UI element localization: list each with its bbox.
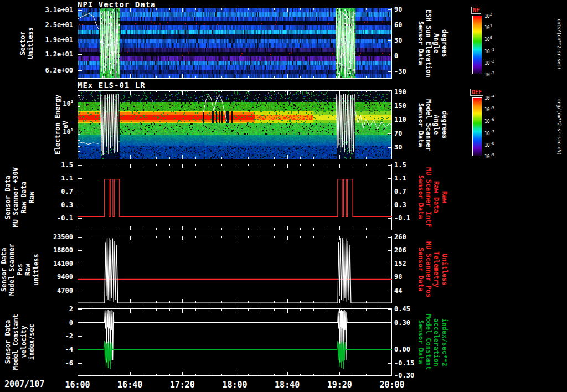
plot-frame [78, 8, 392, 79]
plot-frame [78, 164, 392, 230]
y-tick-label: 1.5 [31, 161, 73, 169]
y-tick-label: 0.7 [31, 188, 73, 195]
y-tick-label: 0 [31, 319, 73, 327]
y-tick-label: 18800 [31, 246, 73, 254]
y-tick-label: -6 [31, 359, 73, 367]
colorbar-tick-label: 10-8 [484, 141, 494, 148]
y-tick-label: 30 [394, 37, 416, 44]
plot-frame [78, 236, 392, 303]
y-tick-label: -2 [31, 332, 73, 340]
y-tick-label: 2.5e+01 [31, 21, 73, 29]
colorbar-tick-label: 10-1 [484, 48, 494, 54]
y-tick-label: 44 [394, 287, 416, 295]
colorbar-tick-label: 100 [484, 36, 492, 43]
panel5-right-axis-label-text: Sensor Data Model Constant acceleration … [416, 314, 449, 370]
panel2-right-axis-label-text: Sensor Data Model Scanner Angle degrees [416, 99, 449, 151]
x-tick-label: 19:20 [323, 380, 356, 390]
y-tick-label: -0.30 [394, 372, 416, 379]
y-tick-label: 0 [394, 52, 416, 60]
panel3-right-axis-label-text: Sensor Data MU Scanner IntF Raw Data Raw [416, 167, 449, 227]
panel5-right-axis-label: Sensor Data Model Constant acceleration … [415, 308, 450, 376]
y-tick-label: 190 [394, 88, 416, 96]
x-tick-label: 16:40 [114, 380, 147, 390]
y-tick-label: 1.5 [394, 161, 416, 169]
colorbar-def-title: DEF [470, 89, 483, 96]
colorbar-tick-label: 10-6 [484, 118, 494, 125]
colorbar-tick-label: 10-9 [484, 153, 494, 159]
colorbar-nf [472, 16, 482, 74]
colorbar-tick-label: 10-4 [484, 94, 494, 101]
y-tick-label: 1.9e+01 [31, 36, 73, 44]
y-tick-label: 4700 [31, 287, 73, 295]
colorbar-tick-label: 101 [484, 24, 492, 30]
y-tick-label: -30 [394, 68, 416, 75]
colorbar-tick-label: 10-3 [484, 71, 494, 78]
colorbar-nf-unit: cnts/(cm**2-sr-sec) [553, 6, 565, 83]
date-label: 2007/107 [4, 379, 44, 389]
plot-frame [78, 308, 392, 376]
y-tick-label: 101 [31, 128, 73, 136]
colorbar-tick-label: 10-7 [484, 130, 494, 136]
y-tick-label: 1.1 [394, 174, 416, 182]
panel2-title: MEx ELS-01 LR [78, 81, 146, 90]
y-tick-label: 70 [394, 130, 416, 137]
colorbar-def [472, 97, 482, 156]
y-tick-label: 98 [394, 273, 416, 281]
y-tick-label: 206 [394, 246, 416, 254]
y-tick-label: -0.15 [394, 359, 416, 367]
x-tick-label: 17:20 [166, 380, 199, 390]
panel1-right-axis-label-text: Sensor Data ESH Sun Elevation Angle degr… [416, 9, 449, 78]
x-tick-label: 18:00 [218, 380, 251, 390]
panel4-right-axis-label: Sensor Data MU Scanner Pos Telemetry Uni… [415, 236, 450, 303]
colorbar-nf-title: NF [471, 7, 481, 14]
colorbar-def-unit-text: erg/(cm**2-sr-sec-eV) [556, 99, 561, 155]
y-tick-label: 152 [394, 260, 416, 267]
y-tick-label: -0.1 [394, 214, 416, 222]
y-tick-label: -0.1 [31, 214, 73, 222]
data-line [78, 341, 392, 369]
colorbar-nf-unit-text: cnts/(cm**2-sr-sec) [556, 19, 561, 70]
y-tick-label: 0.30 [394, 319, 416, 327]
y-tick-label: 0.7 [394, 188, 416, 195]
y-tick-label: 14100 [31, 260, 73, 267]
y-tick-label: 90 [394, 6, 416, 13]
y-tick-label: 260 [394, 233, 416, 241]
data-line [78, 179, 392, 217]
data-line [78, 238, 392, 303]
y-tick-label: 1.2e+01 [31, 50, 73, 58]
y-tick-label: 2 [31, 305, 73, 313]
y-tick-label: 6.2e+00 [31, 66, 73, 74]
colorbar-def-unit: erg/(cm**2-sr-sec-eV) [553, 89, 565, 166]
x-tick-label: 16:00 [61, 380, 94, 390]
y-tick-label: 150 [394, 102, 416, 110]
y-tick-label: 60 [394, 21, 416, 29]
colorbar-tick-label: 102 [484, 12, 492, 19]
y-tick-label: 1.1 [31, 174, 73, 182]
y-tick-label: 0.45 [394, 305, 416, 313]
panel3-right-axis-label: Sensor Data MU Scanner IntF Raw Data Raw [415, 164, 450, 230]
panel1-right-axis-label: Sensor Data ESH Sun Elevation Angle degr… [415, 4, 450, 82]
panel2-right-axis-label: Sensor Data Model Scanner Angle degrees [415, 87, 450, 162]
colorbar-tick-label: 10-2 [484, 59, 494, 66]
y-tick-label: 9400 [31, 273, 73, 281]
y-tick-label: 3.1e+01 [31, 6, 73, 14]
panel4-right-axis-label-text: Sensor Data MU Scanner Pos Telemetry Uni… [416, 241, 449, 297]
y-tick-label: 23500 [31, 233, 73, 241]
x-tick-label: 20:00 [375, 380, 409, 390]
y-tick-label: 110 [394, 116, 416, 123]
y-tick-label: 0.3 [31, 201, 73, 209]
colorbar-tick-label: 10-5 [484, 106, 494, 112]
y-tick-label: 102 [31, 100, 73, 107]
y-tick-label: 30 [394, 143, 416, 151]
y-tick-label: 0.3 [394, 201, 416, 209]
plot-frame [78, 90, 392, 159]
y-tick-label: 0.00 [394, 345, 416, 353]
y-tick-label: -4 [31, 345, 73, 353]
x-tick-label: 18:40 [271, 380, 304, 390]
